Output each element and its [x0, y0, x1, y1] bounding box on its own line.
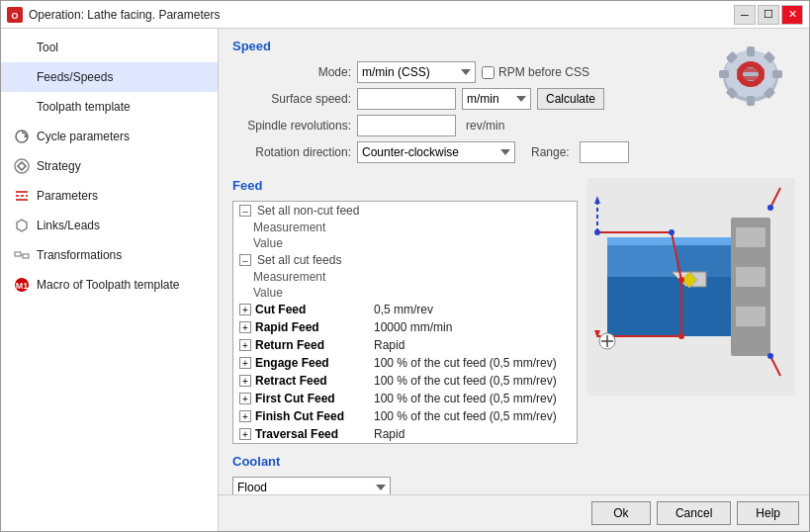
mode-label: Mode:: [232, 65, 351, 79]
return-feed-row[interactable]: + Return Feed Rapid: [233, 336, 577, 354]
close-button[interactable]: ✕: [781, 5, 803, 25]
ok-button[interactable]: Ok: [591, 501, 651, 525]
non-cut-measurement: Measurement: [233, 220, 577, 235]
sidebar-item-toolpath-template[interactable]: Toolpath template: [1, 92, 218, 122]
sidebar-item-tool[interactable]: Tool: [1, 33, 218, 62]
gear-icon: [711, 39, 790, 110]
svg-point-48: [767, 205, 773, 211]
svg-rect-33: [736, 227, 765, 247]
rotation-direction-label: Rotation direction:: [232, 145, 351, 159]
expand-first-cut-feed-icon[interactable]: +: [239, 393, 251, 404]
rotation-direction-select[interactable]: Counter-clockwise Clockwise: [357, 141, 515, 163]
rapid-feed-label: Rapid Feed: [255, 320, 374, 334]
main-panel: Speed Mode: m/min (CSS) RPM before CSS: [219, 29, 809, 531]
spindle-revolutions-unit: rev/min: [466, 119, 504, 133]
cancel-button[interactable]: Cancel: [657, 501, 731, 525]
finish-cut-feed-row[interactable]: + Finish Cut Feed 100 % of the cut feed …: [233, 407, 577, 425]
sidebar-item-cycle-parameters[interactable]: Cycle parameters: [1, 122, 218, 151]
retract-feed-value: 100 % of the cut feed (0,5 mm/rev): [374, 374, 557, 388]
cut-feed-label: Cut Feed: [255, 303, 374, 316]
rapid-feed-value: 10000 mm/min: [374, 320, 452, 334]
surface-speed-unit-select[interactable]: m/min ft/min: [462, 88, 531, 110]
return-feed-label: Return Feed: [255, 338, 374, 352]
range-label: Range:: [531, 145, 570, 159]
svg-rect-18: [772, 70, 782, 78]
sidebar-item-transformations[interactable]: Transformations: [1, 240, 218, 270]
expand-return-feed-icon[interactable]: +: [239, 339, 251, 351]
sidebar: Tool Feeds/Speeds Toolpath template Cycl…: [1, 29, 219, 531]
titlebar: O Operation: Lathe facing. Parameters ─ …: [1, 1, 809, 29]
first-cut-feed-value: 100 % of the cut feed (0,5 mm/rev): [374, 392, 557, 405]
mode-select[interactable]: m/min (CSS): [357, 61, 476, 83]
svg-rect-35: [736, 307, 765, 326]
expand-cut-feed-icon[interactable]: +: [239, 304, 251, 315]
minimize-button[interactable]: ─: [734, 5, 756, 25]
help-button[interactable]: Help: [737, 501, 799, 525]
surface-speed-input[interactable]: 150: [357, 88, 456, 110]
svg-rect-17: [719, 70, 729, 78]
surface-speed-row: Surface speed: 150 m/min ft/min Calculat…: [232, 88, 696, 110]
parameters-icon: [13, 187, 31, 205]
traversal-feed-label: Traversal Feed: [255, 427, 374, 441]
mode-row: Mode: m/min (CSS) RPM before CSS: [232, 61, 696, 83]
svg-rect-26: [737, 76, 765, 80]
engage-feed-row[interactable]: + Engage Feed 100 % of the cut feed (0,5…: [233, 354, 577, 372]
traversal-feed-value: Rapid: [374, 427, 405, 441]
toolpath-icon: [13, 98, 31, 116]
retract-feed-row[interactable]: + Retract Feed 100 % of the cut feed (0,…: [233, 372, 577, 390]
bottom-bar: Ok Cancel Help: [219, 494, 809, 531]
coolant-section: Coolant Flood Mist None: [232, 454, 795, 494]
rapid-feed-row[interactable]: + Rapid Feed 10000 mm/min: [233, 318, 577, 336]
svg-text:O: O: [11, 11, 18, 21]
expand-finish-cut-feed-icon[interactable]: +: [239, 410, 251, 422]
svg-rect-9: [23, 254, 29, 258]
strategy-icon: [13, 157, 31, 175]
sidebar-item-links-leads[interactable]: Links/Leads: [1, 211, 218, 240]
rpm-before-css-checkbox[interactable]: [482, 66, 495, 79]
svg-rect-34: [736, 267, 765, 287]
sidebar-item-parameters[interactable]: Parameters: [1, 181, 218, 211]
expand-non-cut-icon[interactable]: –: [239, 205, 251, 217]
coolant-select[interactable]: Flood Mist None: [232, 477, 391, 494]
engage-feed-value: 100 % of the cut feed (0,5 mm/rev): [374, 356, 557, 370]
maximize-button[interactable]: ☐: [758, 5, 779, 25]
main-scroll: Speed Mode: m/min (CSS) RPM before CSS: [219, 29, 809, 494]
svg-point-45: [669, 229, 675, 235]
titlebar-left: O Operation: Lathe facing. Parameters: [7, 7, 220, 23]
sidebar-item-strategy[interactable]: Strategy: [1, 151, 218, 181]
sidebar-item-feeds-speeds[interactable]: Feeds/Speeds: [1, 62, 218, 92]
expand-retract-feed-icon[interactable]: +: [239, 375, 251, 387]
svg-text:M1: M1: [16, 281, 29, 291]
calculate-button[interactable]: Calculate: [537, 88, 604, 110]
cycle-icon: [13, 128, 31, 145]
main-window: O Operation: Lathe facing. Parameters ─ …: [0, 0, 810, 532]
set-all-non-cut-header[interactable]: – Set all non-cut feed: [233, 202, 577, 220]
svg-rect-15: [747, 46, 755, 56]
expand-traversal-feed-icon[interactable]: +: [239, 428, 251, 440]
non-cut-value: Value: [233, 235, 577, 251]
window-title: Operation: Lathe facing. Parameters: [29, 8, 220, 22]
set-all-cut-header[interactable]: – Set all cut feeds: [233, 251, 577, 269]
svg-point-46: [678, 277, 684, 283]
lathe-diagram-svg: [587, 178, 795, 396]
svg-rect-29: [607, 277, 736, 336]
spindle-revolutions-input[interactable]: 1000: [357, 115, 456, 136]
expand-engage-feed-icon[interactable]: +: [239, 357, 251, 369]
feed-table-container: Feed – Set all non-cut feed Measurement: [232, 178, 578, 444]
macro-icon: M1: [13, 276, 31, 294]
expand-cut-icon[interactable]: –: [239, 254, 251, 266]
traversal-feed-row[interactable]: + Traversal Feed Rapid: [233, 425, 577, 443]
return-feed-value: Rapid: [374, 338, 405, 352]
cut-feed-row[interactable]: + Cut Feed 0,5 mm/rev: [233, 301, 577, 318]
sidebar-item-macro[interactable]: M1 Macro of Toolpath template: [1, 270, 218, 300]
cut-value: Value: [233, 285, 577, 301]
feed-section: Feed – Set all non-cut feed Measurement: [232, 178, 795, 444]
spindle-revolutions-label: Spindle revolutions:: [232, 119, 351, 133]
expand-rapid-feed-icon[interactable]: +: [239, 321, 251, 333]
svg-rect-8: [15, 252, 21, 256]
first-cut-feed-row[interactable]: + First Cut Feed 100 % of the cut feed (…: [233, 390, 577, 407]
feed-section-header: Feed: [232, 178, 578, 193]
range-input[interactable]: 0: [580, 141, 629, 163]
engage-feed-label: Engage Feed: [255, 356, 374, 370]
coolant-section-header: Coolant: [232, 454, 795, 469]
